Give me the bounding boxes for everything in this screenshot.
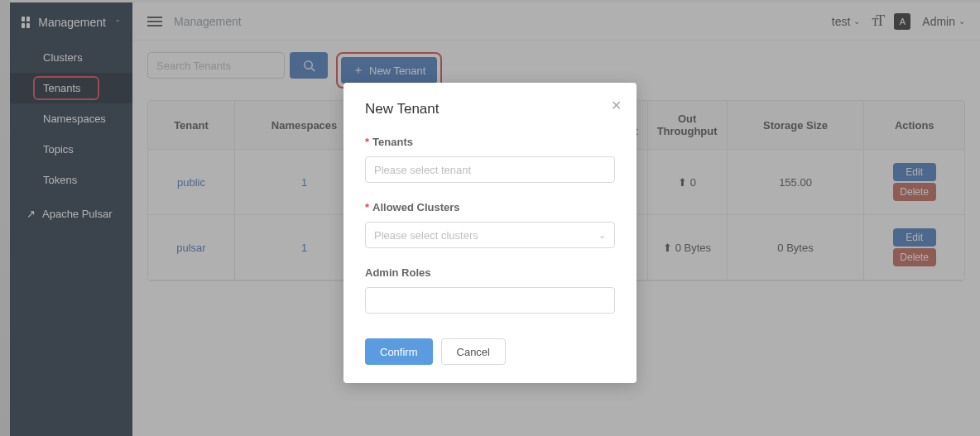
roles-input[interactable] [365, 287, 615, 314]
tenants-input[interactable] [365, 156, 615, 183]
form-group-roles: Admin Roles [365, 266, 615, 314]
label-text: Allowed Clusters [372, 201, 459, 213]
confirm-button[interactable]: Confirm [365, 338, 433, 365]
form-group-clusters: *Allowed Clusters Please select clusters… [365, 201, 615, 248]
required-asterisk: * [365, 201, 369, 213]
roles-label: Admin Roles [365, 266, 615, 279]
chevron-down-icon: ⌄ [598, 230, 606, 241]
clusters-label: *Allowed Clusters [365, 201, 615, 213]
modal-title: New Tenant [365, 101, 615, 117]
form-group-tenants: *Tenants [365, 136, 615, 183]
modal-footer: Confirm Cancel [365, 338, 615, 365]
cancel-button[interactable]: Cancel [441, 338, 506, 365]
modal-overlay[interactable]: New Tenant ✕ *Tenants *Allowed Clusters … [0, 0, 980, 436]
label-text: Tenants [372, 136, 413, 148]
new-tenant-modal: New Tenant ✕ *Tenants *Allowed Clusters … [343, 83, 637, 383]
close-icon[interactable]: ✕ [611, 98, 622, 113]
tenants-label: *Tenants [365, 136, 615, 148]
required-asterisk: * [365, 136, 369, 148]
clusters-select[interactable]: Please select clusters ⌄ [365, 222, 615, 248]
select-placeholder: Please select clusters [374, 229, 478, 242]
